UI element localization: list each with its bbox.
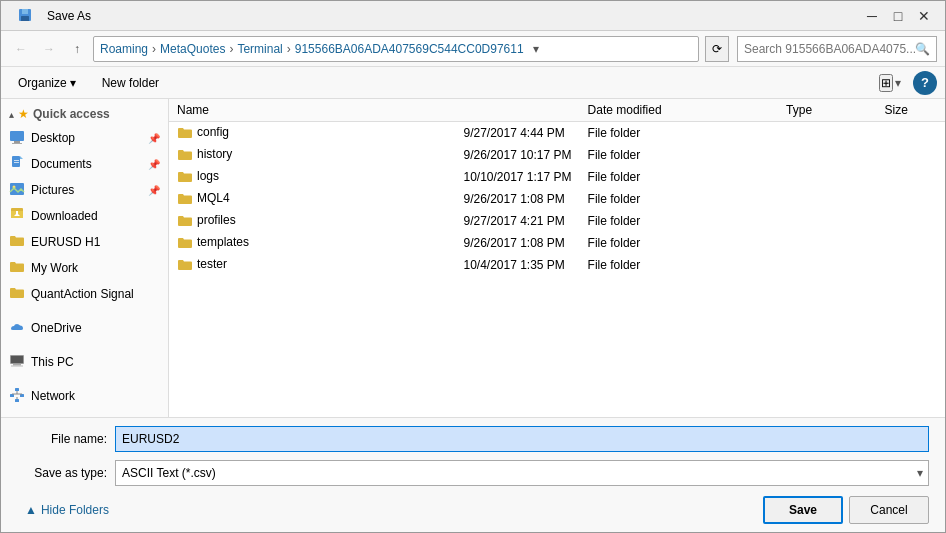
col-sort-arrow (455, 99, 579, 122)
svg-rect-4 (14, 141, 20, 143)
sidebar-item-desktop-label: Desktop (31, 131, 142, 145)
search-icon: 🔍 (915, 42, 930, 56)
sidebar-item-pictures-label: Pictures (31, 183, 142, 197)
svg-rect-17 (11, 356, 23, 363)
savetype-wrapper: ASCII Text (*.csv) ▾ (115, 460, 929, 486)
cell-name: history (169, 144, 455, 166)
svg-rect-8 (14, 160, 19, 161)
col-size[interactable]: Size (877, 99, 945, 122)
svg-rect-9 (14, 162, 19, 163)
filename-label: File name: (17, 432, 107, 446)
cell-type: File folder (580, 166, 779, 188)
sidebar-item-eurusd[interactable]: EURUSD H1 (1, 229, 168, 255)
address-bar[interactable]: Roaming › MetaQuotes › Terminal › 915566… (93, 36, 699, 62)
crumb-hash[interactable]: 915566BA06ADA407569C544CC0D97611 (295, 42, 524, 56)
svg-rect-23 (15, 399, 19, 402)
col-type[interactable]: Type (778, 99, 877, 122)
network-icon (9, 387, 25, 406)
documents-icon (9, 155, 25, 174)
downloaded-icon (9, 207, 25, 226)
crumb-metaquotes[interactable]: MetaQuotes (160, 42, 225, 56)
sidebar-item-quantaction-label: QuantAction Signal (31, 287, 160, 301)
quick-access-chevron: ▴ (9, 109, 14, 120)
table-row[interactable]: MQL4 9/26/2017 1:08 PM File folder (169, 188, 945, 210)
savetype-label: Save as type: (17, 466, 107, 480)
cell-size (778, 166, 877, 188)
cancel-button[interactable]: Cancel (849, 496, 929, 524)
col-name[interactable]: Name (169, 99, 455, 122)
help-button[interactable]: ? (913, 71, 937, 95)
cell-type: File folder (580, 210, 779, 232)
save-button[interactable]: Save (763, 496, 843, 524)
dialog-icon (9, 1, 41, 31)
pin-icon-documents: 📌 (148, 159, 160, 170)
sidebar-item-onedrive[interactable]: OneDrive (1, 315, 168, 341)
minimize-button[interactable]: ─ (859, 4, 885, 28)
pin-icon-pictures: 📌 (148, 185, 160, 196)
table-row[interactable]: templates 9/26/2017 1:08 PM File folder (169, 232, 945, 254)
up-button[interactable]: ↑ (65, 37, 89, 61)
table-row[interactable]: config 9/27/2017 4:44 PM File folder (169, 122, 945, 145)
close-button[interactable]: ✕ (911, 4, 937, 28)
cell-date: 9/26/2017 10:17 PM (455, 144, 579, 166)
quick-access-header[interactable]: ▴ ★ Quick access (1, 103, 168, 125)
new-folder-button[interactable]: New folder (93, 72, 168, 94)
savetype-select[interactable]: ASCII Text (*.csv) (115, 460, 929, 486)
cell-name: MQL4 (169, 188, 455, 210)
main-content: ▴ ★ Quick access Desktop 📌 Documents 📌 (1, 99, 945, 417)
chevron-up-icon: ▲ (25, 503, 37, 517)
breadcrumb: Roaming › MetaQuotes › Terminal › 915566… (100, 42, 524, 56)
cell-size (778, 144, 877, 166)
sidebar-item-quantaction[interactable]: QuantAction Signal (1, 281, 168, 307)
eurusd-folder-icon (9, 233, 25, 252)
organize-dropdown-icon: ▾ (70, 76, 76, 90)
table-row[interactable]: tester 10/4/2017 1:35 PM File folder (169, 254, 945, 276)
table-row[interactable]: logs 10/10/2017 1:17 PM File folder (169, 166, 945, 188)
table-row[interactable]: history 9/26/2017 10:17 PM File folder (169, 144, 945, 166)
sidebar-item-desktop[interactable]: Desktop 📌 (1, 125, 168, 151)
cell-name: tester (169, 254, 455, 276)
organize-button[interactable]: Organize ▾ (9, 72, 85, 94)
pictures-icon (9, 181, 25, 200)
sidebar-item-mywork[interactable]: My Work (1, 255, 168, 281)
quantaction-folder-icon (9, 285, 25, 304)
sidebar-item-downloaded[interactable]: Downloaded (1, 203, 168, 229)
address-dropdown-button[interactable]: ▾ (528, 39, 544, 59)
svg-rect-6 (12, 156, 20, 167)
cell-size (778, 188, 877, 210)
svg-rect-15 (16, 211, 18, 215)
refresh-button[interactable]: ⟳ (705, 36, 729, 62)
sidebar-item-documents[interactable]: Documents 📌 (1, 151, 168, 177)
search-input[interactable] (744, 42, 915, 56)
cell-name: templates (169, 232, 455, 254)
sidebar-item-network[interactable]: Network (1, 383, 168, 409)
cell-type: File folder (580, 144, 779, 166)
sidebar-item-pictures[interactable]: Pictures 📌 (1, 177, 168, 203)
view-toggle-button[interactable]: ⊞ (879, 74, 893, 92)
cell-name: logs (169, 166, 455, 188)
svg-rect-5 (12, 143, 22, 144)
sidebar-item-downloaded-label: Downloaded (31, 209, 160, 223)
pin-icon: 📌 (148, 133, 160, 144)
cell-size (778, 232, 877, 254)
file-table: Name Date modified Type Size config 9/27… (169, 99, 945, 276)
filename-input[interactable] (115, 426, 929, 452)
sidebar-item-thispc[interactable]: This PC (1, 349, 168, 375)
search-box: 🔍 (737, 36, 937, 62)
view-dropdown-icon: ▾ (895, 76, 901, 90)
crumb-terminal[interactable]: Terminal (237, 42, 282, 56)
thispc-icon (9, 353, 25, 372)
back-button[interactable]: ← (9, 37, 33, 61)
maximize-button[interactable]: □ (885, 4, 911, 28)
col-date[interactable]: Date modified (580, 99, 779, 122)
cell-type: File folder (580, 122, 779, 145)
hide-folders-button[interactable]: ▲ Hide Folders (17, 496, 117, 524)
cell-type: File folder (580, 254, 779, 276)
cell-type: File folder (580, 188, 779, 210)
forward-button[interactable]: → (37, 37, 61, 61)
svg-rect-1 (22, 9, 28, 14)
save-as-dialog: Save As ─ □ ✕ ← → ↑ Roaming › MetaQuotes… (0, 0, 946, 533)
dialog-title: Save As (47, 9, 859, 23)
table-row[interactable]: profiles 9/27/2017 4:21 PM File folder (169, 210, 945, 232)
crumb-roaming[interactable]: Roaming (100, 42, 148, 56)
